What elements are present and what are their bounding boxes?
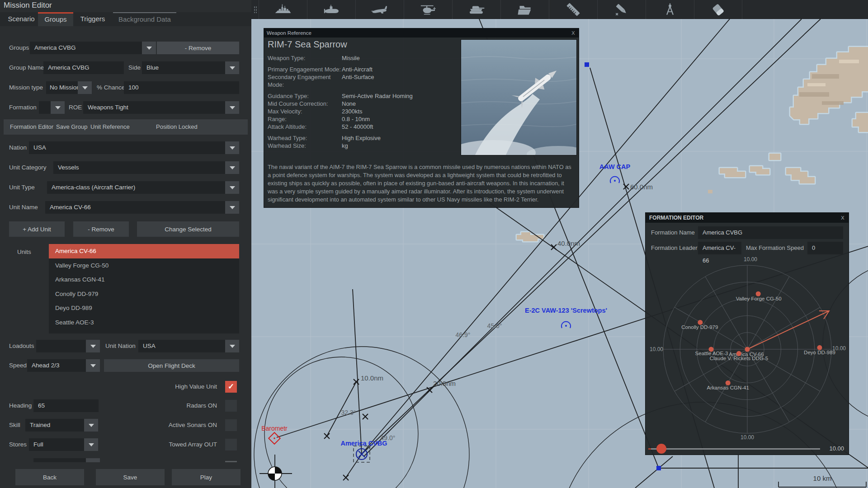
roe-select[interactable]: Weapons Tight bbox=[83, 101, 239, 114]
formation-editor-button[interactable]: Formation Editor bbox=[10, 119, 53, 135]
list-item[interactable]: America CV-66 bbox=[49, 244, 239, 258]
remove-group-button[interactable]: - Remove bbox=[157, 42, 239, 54]
nation-dropdown-arrow[interactable] bbox=[225, 141, 239, 154]
tab-triggers[interactable]: Triggers bbox=[77, 12, 108, 26]
formation-polar-chart[interactable]: 10.00 10.00 10.00 10.00 America CV-66Val… bbox=[646, 256, 849, 446]
aircraft-icon[interactable] bbox=[355, 0, 404, 19]
radars-on-checkbox[interactable] bbox=[225, 400, 237, 412]
chance-input[interactable]: 100 bbox=[124, 81, 239, 94]
field-label: Primary Engagement Mode: bbox=[268, 66, 342, 73]
open-flight-deck-button[interactable]: Open Flight Deck bbox=[104, 359, 239, 372]
list-item[interactable]: Deyo DD-989 bbox=[49, 301, 239, 315]
formation-unit-dot[interactable] bbox=[756, 291, 761, 296]
speed-dropdown-arrow[interactable] bbox=[86, 359, 100, 372]
unit-type-dropdown-arrow[interactable] bbox=[225, 181, 239, 194]
unit-category-dropdown-arrow[interactable] bbox=[225, 161, 239, 174]
stores-dropdown-arrow[interactable] bbox=[84, 438, 98, 451]
formation-unit-dot[interactable] bbox=[817, 345, 822, 350]
formation-unit-dot[interactable] bbox=[745, 347, 750, 352]
formation-unit-dot[interactable] bbox=[698, 320, 703, 325]
list-item[interactable]: Valley Forge CG-50 bbox=[49, 258, 239, 273]
remove-unit-button[interactable]: - Remove bbox=[73, 221, 129, 237]
active-sonars-label: Active Sonars ON bbox=[131, 419, 217, 432]
map-label-america-cvbg: America CVBG bbox=[340, 440, 387, 447]
formation-editor-titlebar[interactable]: FORMATION EDITOR bbox=[646, 213, 849, 223]
play-button[interactable]: Play bbox=[172, 469, 241, 485]
map-label-20nm: 20.0nm bbox=[433, 380, 456, 387]
change-selected-button[interactable]: Change Selected bbox=[137, 221, 239, 237]
unit-name-dropdown-arrow[interactable] bbox=[225, 201, 239, 214]
field-label: Range: bbox=[268, 115, 342, 123]
datum-marker[interactable] bbox=[268, 467, 282, 480]
formation-editor-window: FORMATION EDITOR X Formation Name Americ… bbox=[645, 212, 849, 455]
tab-groups[interactable]: Groups bbox=[38, 12, 73, 26]
loadouts-dropdown-arrow[interactable] bbox=[86, 340, 100, 352]
groups-dropdown-arrow[interactable] bbox=[142, 42, 156, 54]
ruler-icon[interactable] bbox=[549, 0, 597, 19]
warship-icon[interactable] bbox=[259, 0, 307, 19]
list-item[interactable]: Arkansas CGN-41 bbox=[49, 272, 239, 287]
weapon-fields: Weapon Type:Missile Primary Engagement M… bbox=[268, 54, 459, 150]
list-item[interactable]: Claude V. Rickets DDG-5 bbox=[49, 329, 239, 333]
position-locked-toggle[interactable]: Position Locked bbox=[156, 119, 198, 135]
speed-select[interactable]: Ahead 2/3 bbox=[27, 359, 86, 372]
save-button[interactable]: Save bbox=[96, 469, 165, 485]
stores-select[interactable]: Full bbox=[29, 438, 84, 451]
active-sonars-checkbox[interactable] bbox=[225, 419, 237, 431]
weapon-reference-titlebar[interactable]: Weapon Reference bbox=[264, 28, 579, 38]
toolbar-drag-handle[interactable] bbox=[251, 0, 259, 19]
formation-leader-select[interactable]: America CV-66 bbox=[698, 242, 741, 254]
side-dropdown-arrow[interactable] bbox=[225, 61, 239, 74]
field-value: Missile bbox=[342, 54, 360, 62]
formation-dropdown-arrow[interactable] bbox=[51, 101, 65, 114]
mission-type-select[interactable]: No Mission bbox=[46, 81, 78, 94]
map-label-e2c: E-2C VAW-123 'Screwtops' bbox=[525, 307, 607, 314]
side-label: Side bbox=[128, 61, 141, 74]
eraser-icon[interactable] bbox=[694, 0, 742, 19]
unit-nation-dropdown-arrow[interactable] bbox=[225, 340, 239, 352]
tab-background-data[interactable]: Background Data bbox=[113, 12, 176, 26]
high-value-unit-checkbox[interactable] bbox=[225, 381, 237, 393]
skill-label: Skill bbox=[9, 419, 20, 432]
list-item[interactable]: Seattle AOE-3 bbox=[49, 315, 239, 330]
formation-select[interactable] bbox=[39, 101, 51, 114]
side-select[interactable]: Blue bbox=[142, 61, 239, 74]
submarine-icon[interactable] bbox=[307, 0, 355, 19]
folder-icon[interactable] bbox=[500, 0, 549, 19]
max-formation-speed-input[interactable]: 0 bbox=[807, 242, 843, 254]
add-unit-button[interactable]: + Add Unit bbox=[9, 221, 65, 237]
formation-range-slider[interactable] bbox=[651, 448, 820, 450]
unit-category-select[interactable]: Vessels bbox=[53, 161, 239, 174]
slider-knob[interactable] bbox=[656, 444, 666, 454]
map-label-10nm: 10.0nm bbox=[361, 374, 383, 382]
unit-nation-select[interactable]: USA bbox=[138, 340, 239, 352]
weapon-photo bbox=[461, 39, 577, 155]
tank-icon[interactable] bbox=[452, 0, 500, 19]
skill-select[interactable]: Trained bbox=[25, 419, 84, 432]
heading-input[interactable]: 65 bbox=[33, 399, 99, 412]
nation-select[interactable]: USA bbox=[29, 141, 239, 154]
formation-name-input[interactable]: America CVBG bbox=[698, 226, 843, 239]
back-button[interactable]: Back bbox=[15, 469, 84, 485]
close-icon[interactable]: X bbox=[839, 214, 846, 221]
mission-type-dropdown-arrow[interactable] bbox=[78, 81, 92, 94]
unit-type-select[interactable]: America-class (Aircraft Carrier) bbox=[47, 181, 239, 194]
unit-name-select[interactable]: America CV-66 bbox=[45, 201, 239, 214]
helicopter-icon[interactable] bbox=[404, 0, 452, 19]
group-name-input[interactable]: America CVBG bbox=[43, 61, 124, 74]
compass-icon[interactable] bbox=[646, 0, 694, 19]
formation-unit-dot[interactable] bbox=[736, 351, 741, 356]
formation-unit-dot[interactable] bbox=[726, 380, 731, 385]
unit-reference-button[interactable]: Unit Reference bbox=[90, 119, 130, 135]
towed-array-checkbox[interactable] bbox=[225, 439, 237, 450]
skill-dropdown-arrow[interactable] bbox=[84, 419, 98, 432]
loadouts-select[interactable] bbox=[36, 340, 86, 352]
map-label-46-9deg: 46.9° bbox=[456, 331, 471, 338]
close-icon[interactable]: X bbox=[570, 29, 577, 37]
groups-select[interactable]: America CVBG bbox=[30, 42, 142, 54]
pencil-icon[interactable] bbox=[597, 0, 646, 19]
save-group-button[interactable]: Save Group bbox=[56, 119, 87, 135]
list-item[interactable]: Conolly DD-979 bbox=[49, 287, 239, 301]
tab-scenario[interactable]: Scenario bbox=[5, 12, 38, 26]
roe-dropdown-arrow[interactable] bbox=[225, 101, 239, 114]
